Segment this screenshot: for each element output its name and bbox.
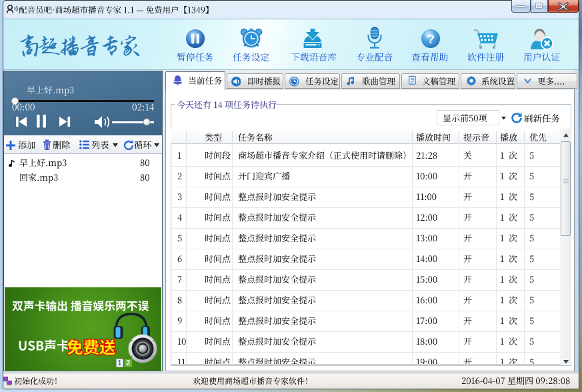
svg-text:?: ?	[427, 32, 435, 46]
